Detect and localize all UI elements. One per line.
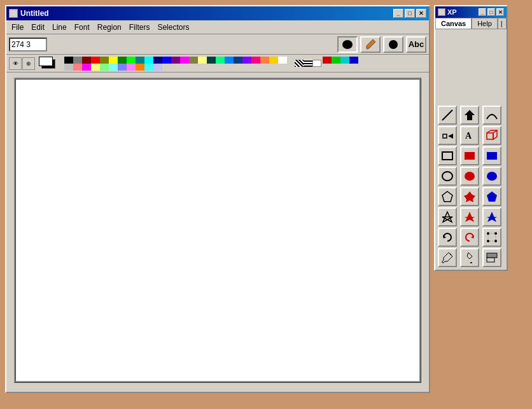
toolbox-minimize-button[interactable]: _: [479, 8, 486, 16]
polygon-filled-tool[interactable]: [460, 187, 479, 206]
color-swatch-34[interactable]: [144, 64, 153, 71]
extra-swatch-4[interactable]: [349, 57, 358, 64]
tab-extra[interactable]: |: [498, 18, 507, 29]
freehand-outline-tool[interactable]: [438, 207, 457, 226]
menu-file[interactable]: File: [8, 22, 27, 33]
extra-swatch-1[interactable]: [323, 57, 332, 64]
menu-line[interactable]: Line: [48, 22, 71, 33]
freehand-filled-tool[interactable]: [460, 207, 479, 226]
erase-tool[interactable]: [482, 248, 501, 267]
menu-edit[interactable]: Edit: [27, 22, 48, 33]
color-swatch-22[interactable]: [260, 57, 269, 64]
color-swatch-9[interactable]: [144, 57, 153, 64]
color-swatch-18[interactable]: [225, 57, 234, 64]
svg-marker-5: [448, 134, 453, 139]
color-swatch-35[interactable]: [153, 64, 162, 71]
flip-tool[interactable]: [460, 228, 479, 247]
oval-outline-tool[interactable]: [438, 167, 457, 186]
close-button[interactable]: ✕: [416, 9, 426, 18]
color-swatch-28[interactable]: [91, 64, 100, 71]
rotate-tool[interactable]: [438, 228, 457, 247]
curve-tool[interactable]: [482, 106, 501, 125]
distort-tool[interactable]: [482, 228, 501, 247]
3d-box-tool[interactable]: [482, 126, 501, 145]
color-swatch-16[interactable]: [207, 57, 216, 64]
color-swatch-14[interactable]: [189, 57, 198, 64]
extra-swatch-3[interactable]: [340, 57, 349, 64]
pattern-swatch-3[interactable]: [312, 60, 321, 67]
menu-region[interactable]: Region: [94, 22, 125, 33]
line-tool[interactable]: [438, 106, 457, 125]
maximize-button[interactable]: □: [405, 9, 415, 18]
target-tool-button[interactable]: ⊕: [22, 57, 35, 70]
color-swatch-20[interactable]: [242, 57, 251, 64]
rect-outline-tool[interactable]: [438, 146, 457, 165]
color-swatch-27[interactable]: [82, 64, 91, 71]
color-preview: [39, 57, 60, 71]
arrow-tool[interactable]: [460, 106, 479, 125]
tab-canvas[interactable]: Canvas: [435, 18, 472, 29]
color-swatch-24[interactable]: [278, 57, 287, 64]
eyedropper-tool[interactable]: [438, 248, 457, 267]
minimize-button[interactable]: _: [393, 9, 403, 18]
svg-rect-13: [487, 152, 497, 160]
color-swatch-23[interactable]: [269, 57, 278, 64]
polygon-outline-tool[interactable]: [438, 187, 457, 206]
tool-grid-container: A: [435, 103, 507, 270]
color-swatch-6[interactable]: [118, 57, 127, 64]
freehand-dotted-tool[interactable]: [482, 207, 501, 226]
text-insert-tool[interactable]: A: [460, 126, 479, 145]
rect-filled-tool[interactable]: [460, 146, 479, 165]
color-swatch-5[interactable]: [109, 57, 118, 64]
foreground-color-swatch: [39, 57, 53, 66]
oval-fill-tool-button[interactable]: [337, 36, 358, 53]
color-swatch-19[interactable]: [234, 57, 242, 64]
svg-text:A: A: [465, 131, 472, 141]
menu-font[interactable]: Font: [71, 22, 94, 33]
rect-dotted-tool[interactable]: [482, 146, 501, 165]
toolbox-title-bar: □ XP _ □ ✕: [435, 6, 507, 18]
color-swatch-33[interactable]: [136, 64, 144, 71]
pattern-swatch-1[interactable]: [295, 60, 304, 67]
menu-bar: File Edit Line Font Region Filters Selec…: [6, 20, 429, 34]
color-swatch-2[interactable]: [82, 57, 91, 64]
coord-input[interactable]: [9, 38, 47, 52]
transform-tool[interactable]: [438, 126, 457, 145]
color-swatch-8[interactable]: [136, 57, 144, 64]
eye-tool-button[interactable]: 👁: [9, 57, 22, 70]
color-swatch-32[interactable]: [127, 64, 136, 71]
toolbox-close-button[interactable]: ✕: [496, 8, 504, 16]
drawing-canvas[interactable]: [14, 78, 421, 383]
polygon-dotted-tool[interactable]: [482, 187, 501, 206]
color-swatch-17[interactable]: [216, 57, 225, 64]
svg-rect-7: [487, 133, 493, 139]
color-swatch-31[interactable]: [118, 64, 127, 71]
color-swatch-4[interactable]: [100, 57, 109, 64]
tab-help[interactable]: Help: [472, 18, 498, 29]
text-tool-button[interactable]: Abc: [406, 36, 426, 53]
color-swatch-21[interactable]: [251, 57, 260, 64]
oval-filled-tool[interactable]: [460, 167, 479, 186]
brush-tool-button[interactable]: [360, 36, 381, 53]
pattern-swatch-2[interactable]: [304, 60, 312, 67]
toolbox-maximize-button[interactable]: □: [487, 8, 495, 16]
color-swatch-13[interactable]: [180, 57, 189, 64]
color-swatch-15[interactable]: [198, 57, 207, 64]
color-swatch-25[interactable]: [64, 64, 73, 71]
oval-dotted-tool[interactable]: [482, 167, 501, 186]
color-swatch-0[interactable]: [64, 57, 73, 64]
menu-filters[interactable]: Filters: [125, 22, 154, 33]
color-swatch-11[interactable]: [162, 57, 171, 64]
color-swatch-1[interactable]: [73, 57, 82, 64]
dot-tool-button[interactable]: [383, 36, 403, 53]
color-swatch-26[interactable]: [73, 64, 82, 71]
color-swatch-10[interactable]: [153, 57, 162, 64]
menu-selectors[interactable]: Selectors: [153, 22, 193, 33]
color-swatch-29[interactable]: [100, 64, 109, 71]
color-swatch-30[interactable]: [109, 64, 118, 71]
color-swatch-3[interactable]: [91, 57, 100, 64]
color-swatch-12[interactable]: [171, 57, 180, 64]
extra-swatch-2[interactable]: [332, 57, 340, 64]
color-swatch-7[interactable]: [127, 57, 136, 64]
fill-tool[interactable]: [460, 248, 479, 267]
